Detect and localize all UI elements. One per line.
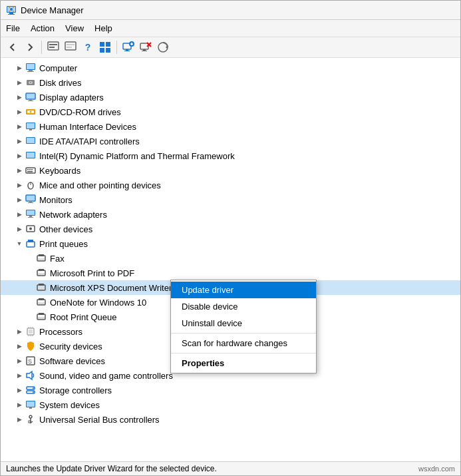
title-icon: [6, 5, 17, 15]
tree-label-other: Other devices: [39, 224, 92, 234]
remove-device-button[interactable]: [138, 39, 154, 55]
tree-item-storage[interactable]: ▶ Storage controllers: [1, 383, 460, 397]
expand-intel[interactable]: ▶: [14, 150, 25, 161]
ctx-properties[interactable]: Properties: [171, 355, 316, 371]
svg-rect-29: [27, 64, 35, 69]
forward-button[interactable]: [22, 39, 38, 55]
expand-dvd[interactable]: ▶: [14, 107, 25, 117]
menu-help[interactable]: Help: [89, 21, 118, 35]
help-button[interactable]: ?: [80, 39, 96, 55]
tree-item-fax[interactable]: Fax: [1, 251, 460, 266]
menu-action[interactable]: Action: [25, 21, 60, 35]
expand-print[interactable]: ▼: [14, 238, 25, 249]
ms-pdf-icon: [35, 267, 47, 279]
tree-label-keyboards: Keyboards: [39, 166, 80, 176]
ctx-scan-changes[interactable]: Scan for hardware changes: [171, 335, 316, 352]
tree-item-intel[interactable]: ▶ Intel(R) Dynamic Platform and Thermal …: [1, 148, 460, 163]
scan-button[interactable]: [155, 39, 171, 55]
svg-rect-51: [29, 169, 31, 170]
tree-item-print-queues[interactable]: ▼ Print queues: [1, 236, 460, 251]
expand-security[interactable]: ▶: [14, 341, 25, 352]
svg-rect-46: [27, 138, 35, 143]
expand-usb[interactable]: ▶: [14, 414, 25, 425]
tree-label-disk: Disk drives: [39, 78, 82, 88]
tree-item-keyboards[interactable]: ▶ Keyboards: [1, 163, 460, 178]
svg-rect-101: [29, 407, 32, 409]
menu-view[interactable]: View: [60, 21, 89, 35]
svg-rect-23: [142, 51, 147, 51]
svg-point-98: [33, 391, 34, 393]
expand-root: [25, 312, 35, 322]
expand-disk[interactable]: ▶: [14, 77, 25, 88]
expand-storage[interactable]: ▶: [14, 385, 25, 395]
svg-rect-30: [29, 70, 33, 71]
expand-network[interactable]: ▶: [14, 209, 25, 220]
tree-item-system[interactable]: ▶ System devices: [1, 397, 460, 412]
add-device-button[interactable]: [120, 39, 136, 55]
svg-point-4: [10, 8, 13, 11]
svg-rect-38: [28, 101, 33, 101]
svg-rect-85: [29, 330, 33, 334]
expand-software[interactable]: ▶: [14, 356, 25, 366]
ctx-sep-1: [171, 333, 316, 334]
tree-item-mice[interactable]: ▶ Mice and other pointing devices: [1, 178, 460, 192]
tree-item-ms-pdf[interactable]: Microsoft Print to PDF: [1, 266, 460, 280]
tree-label-software: Software devices: [39, 356, 105, 366]
fax-icon: [35, 252, 47, 264]
tree-label-sound: Sound, video and game controllers: [39, 371, 173, 381]
tree-item-other[interactable]: ▶ Other devices: [1, 222, 460, 236]
svg-rect-6: [49, 44, 57, 45]
svg-rect-13: [100, 48, 104, 53]
menu-bar: File Action View Help: [1, 20, 460, 37]
expand-display[interactable]: ▶: [14, 92, 25, 103]
title-bar: Device Manager: [1, 1, 460, 20]
expand-hid[interactable]: ▶: [14, 121, 25, 132]
watermark: wsxdn.com: [418, 465, 455, 473]
svg-rect-71: [38, 258, 45, 260]
view-button[interactable]: [97, 39, 113, 55]
dvd-icon: [25, 106, 37, 118]
tree-item-dvd[interactable]: ▶ DVD/CD-ROM drives: [1, 105, 460, 119]
system-icon: [25, 399, 37, 411]
tree-label-usb: Universal Serial Bus controllers: [39, 415, 160, 425]
tree-label-ms-xps: Microsoft XPS Document Writer: [50, 283, 172, 293]
tree-label-display: Display adapters: [39, 93, 104, 103]
ctx-uninstall-device[interactable]: Uninstall device: [171, 315, 316, 332]
svg-rect-80: [38, 302, 45, 304]
svg-rect-61: [27, 210, 35, 215]
other-icon: [25, 223, 37, 235]
menu-file[interactable]: File: [1, 21, 25, 35]
tree-item-disk-drives[interactable]: ▶ Disk drives: [1, 75, 460, 90]
expand-computer[interactable]: ▶: [14, 63, 25, 73]
expand-sound[interactable]: ▶: [14, 370, 25, 381]
back-button[interactable]: [5, 39, 21, 55]
tree-item-hid[interactable]: ▶ Human Interface Devices: [1, 119, 460, 134]
tree-item-computer[interactable]: ▶ Computer: [1, 61, 460, 75]
expand-proc[interactable]: ▶: [14, 326, 25, 337]
tree-label-hid: Human Interface Devices: [39, 122, 136, 132]
expand-system[interactable]: ▶: [14, 399, 25, 410]
tree-item-monitors[interactable]: ▶ Monitors: [1, 192, 460, 207]
proc-icon: [25, 326, 37, 338]
svg-rect-67: [28, 240, 33, 242]
svg-rect-12: [106, 42, 110, 47]
expand-other[interactable]: ▶: [14, 224, 25, 234]
expand-monitors[interactable]: ▶: [14, 194, 25, 205]
device-tree: ▶ Computer ▶ Disk drives ▶ Di: [1, 58, 460, 461]
expand-ide[interactable]: ▶: [14, 136, 25, 146]
expand-mice[interactable]: ▶: [14, 180, 25, 190]
tree-item-display[interactable]: ▶ Display adapters: [1, 90, 460, 105]
tree-item-ide[interactable]: ▶ IDE ATA/ATAPI controllers: [1, 134, 460, 148]
toolbar-sep-2: [116, 41, 117, 54]
tree-item-usb[interactable]: ▶ Universal Serial Bus controllers: [1, 412, 460, 427]
expand-keyboards[interactable]: ▶: [14, 165, 25, 176]
properties-button[interactable]: [45, 39, 61, 55]
ctx-disable-device[interactable]: Disable device: [171, 298, 316, 315]
ctx-update-driver[interactable]: Update driver: [171, 282, 316, 298]
show-hidden-button[interactable]: [63, 39, 78, 55]
context-menu: Update driver Disable device Uninstall d…: [170, 280, 317, 373]
svg-rect-16: [126, 49, 128, 51]
tree-item-network[interactable]: ▶ Network adapters: [1, 207, 460, 222]
expand-onenote: [25, 297, 35, 308]
status-bar: Launches the Update Driver Wizard for th…: [1, 461, 460, 475]
